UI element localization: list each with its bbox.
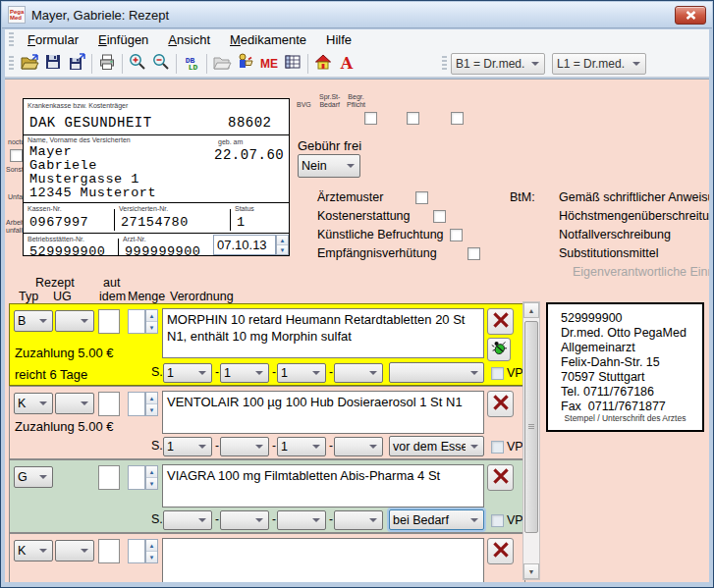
aerztemuster-checkbox[interactable] [415,191,428,204]
close-button[interactable] [675,6,706,25]
zoom-out-button[interactable] [149,52,173,76]
vp-checkbox[interactable] [491,441,504,454]
menu-hilfe[interactable]: Hilfe [316,30,361,49]
menge-field[interactable] [128,539,145,563]
prescription-text[interactable]: VIAGRA 100 mg Filmtabletten Abis-Pharma … [162,464,484,508]
intake-time-select[interactable]: vor dem Esser [389,436,484,456]
kostenerstattung-checkbox[interactable] [433,210,446,223]
aut-idem-checkbox[interactable] [98,309,120,334]
prescription-text[interactable] [162,538,484,582]
dose-evening-select[interactable]: 1 [277,437,326,456]
intake-time-select[interactable] [389,362,484,383]
save-button[interactable] [41,52,65,76]
dose-morning-select[interactable] [163,510,212,530]
scroll-down-icon[interactable]: ▼ [523,563,539,579]
spinner-up-icon[interactable]: ▲ [277,236,288,245]
spinner-up-icon[interactable]: ▲ [146,540,157,552]
spinner-up-icon[interactable]: ▲ [146,310,157,322]
ug-select[interactable] [55,540,94,561]
aut-idem-checkbox[interactable] [98,539,120,563]
menge-field[interactable] [128,309,145,334]
rezept-typ-select[interactable]: K [14,540,53,561]
doctor-select-l1[interactable]: L1 = Dr.med. Ot [552,53,646,75]
delete-row-button[interactable] [487,464,514,491]
menu-formular[interactable]: Formular [18,30,88,49]
kuenstliche-befruchtung-checkbox[interactable] [450,229,463,241]
menge-field[interactable] [128,465,145,490]
dose-noon-select[interactable]: 1 [220,363,269,383]
versicherten-nr[interactable]: 27154780 [121,215,189,230]
apotheke-button[interactable]: A [335,52,358,76]
spinner-down-icon[interactable]: ▼ [277,245,288,254]
doctor-select-b1[interactable]: B1 = Dr.med. Ot [451,53,545,75]
ug-select[interactable] [55,393,94,414]
bvg-checkbox[interactable] [364,112,377,125]
save-as-button[interactable] [65,52,88,76]
aut-idem-checkbox[interactable] [98,465,120,490]
dose-noon-select[interactable] [220,437,269,456]
spinner-down-icon[interactable]: ▼ [146,552,157,562]
dose-morning-select[interactable]: 1 [163,363,212,383]
noctu-checkbox[interactable] [10,149,23,162]
medikamente-button[interactable]: ME [257,52,281,76]
rezept-typ-select[interactable]: B [14,310,53,332]
prescription-text[interactable]: VENTOLAIR 100 µg 100 Hub Dosieraerosol 1… [162,391,484,434]
menge-field[interactable] [128,392,145,416]
spinner-up-icon[interactable]: ▲ [146,466,157,478]
status-value[interactable]: 1 [237,215,246,230]
menge-spinner[interactable]: ▲▼ [145,309,158,334]
open-button[interactable] [18,52,41,76]
menu-ansicht[interactable]: Ansicht [158,30,220,49]
arzt-nr[interactable]: 999999900 [125,244,200,259]
print-button[interactable] [95,52,119,76]
rows-scrollbar[interactable]: ▲ ▼ [522,301,540,580]
database-button[interactable]: DB LD [180,52,203,76]
rezept-typ-select[interactable]: K [14,393,53,414]
kassen-nr[interactable]: 0967997 [29,215,88,230]
spinner-up-icon[interactable]: ▲ [146,393,157,404]
dose-evening-select[interactable]: 1 [277,363,326,383]
kasse-name[interactable]: DAK GESUNDHEIT [29,115,152,131]
aut-idem-checkbox[interactable] [98,392,120,416]
prescription-text[interactable]: MORPHIN 10 retard Heumann Retardtablette… [162,308,484,358]
geb-value[interactable]: 22.07.60 [214,147,284,163]
dose-night-select[interactable] [334,437,383,456]
date-field[interactable]: 07.10.13 [213,235,276,255]
dose-noon-select[interactable] [220,510,269,530]
dose-night-select[interactable] [334,363,383,383]
patient-city[interactable]: 12345 Musterort [29,187,156,201]
delete-row-button[interactable] [487,538,514,564]
delete-row-button[interactable] [487,391,514,417]
menu-einfuegen[interactable]: Einfügen [88,30,158,49]
menge-spinner[interactable]: ▲▼ [145,539,158,563]
delete-row-button[interactable] [487,308,514,335]
ug-select[interactable] [55,310,94,332]
vp-checkbox[interactable] [491,514,504,527]
patient-import-button[interactable] [234,52,257,76]
sprstbedarf-checkbox[interactable] [407,112,419,125]
interaction-check-button[interactable] [487,338,511,361]
dose-night-select[interactable] [334,510,383,530]
dose-morning-select[interactable]: 1 [163,437,212,456]
dose-evening-select[interactable] [277,510,326,530]
vp-checkbox[interactable] [491,367,504,380]
intake-time-select[interactable]: bei Bedarf [389,509,484,530]
list-view-button[interactable] [281,52,304,76]
rezept-typ-select[interactable]: G [14,466,53,488]
home-button[interactable] [311,52,335,76]
date-spinner[interactable]: ▲▼ [276,235,289,255]
menge-spinner[interactable]: ▲▼ [145,465,158,490]
menge-spinner[interactable]: ▲▼ [145,392,158,416]
scroll-up-icon[interactable]: ▲ [523,302,539,318]
betriebsstaetten-nr[interactable]: 529999900 [29,244,105,259]
gebuehr-frei-select[interactable]: Nein [298,154,360,178]
spinner-down-icon[interactable]: ▼ [146,404,157,415]
begrpflicht-checkbox[interactable] [451,112,464,125]
scrollbar-thumb[interactable] [524,321,538,533]
spinner-down-icon[interactable]: ▼ [146,478,157,489]
empfaengnisverhuetung-checkbox[interactable] [467,247,480,260]
kasse-code[interactable]: 88602 [228,115,272,131]
menu-medikamente[interactable]: Medikamente [220,30,316,49]
spinner-down-icon[interactable]: ▼ [146,322,157,333]
zoom-in-button[interactable] [126,52,149,76]
